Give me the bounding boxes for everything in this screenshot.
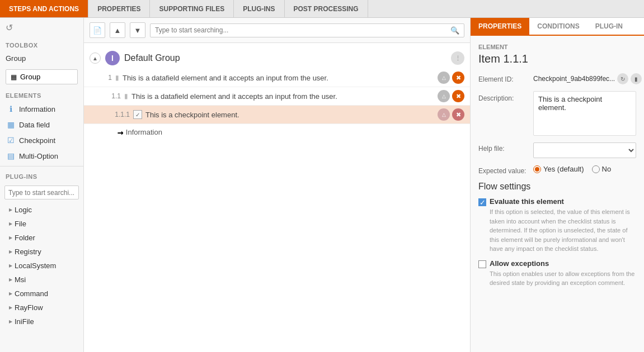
evaluate-checkbox[interactable]: ✓ xyxy=(478,198,486,206)
tab-steps-actions[interactable]: STEPS AND ACTIONS xyxy=(0,0,88,17)
tab-supporting-files[interactable]: SUPPORTING FILES xyxy=(150,0,234,17)
flow-settings-title: Flow settings xyxy=(478,182,636,192)
top-nav: STEPS AND ACTIONS PROPERTIES SUPPORTING … xyxy=(0,0,644,18)
toolbar-icon-btn-2[interactable]: ▲ xyxy=(110,22,125,38)
plugins-title: PLUG-INS xyxy=(0,169,83,182)
sidebar-item-information[interactable]: ℹ Information xyxy=(0,101,83,117)
step-action-btn-1-1a[interactable]: △ xyxy=(438,90,450,102)
tab-plug-ins[interactable]: PLUG-INS xyxy=(234,0,284,17)
step-action-btn-1a[interactable]: △ xyxy=(438,72,450,84)
step-action-btn-1b[interactable]: ✖ xyxy=(452,72,464,84)
paste-icon: ▼ xyxy=(134,26,142,35)
steps-search-icon: 🔍 xyxy=(450,26,459,35)
step-checkbox-icon: ✓ xyxy=(133,110,142,119)
step-text-1-1: This is a datafield element and it accep… xyxy=(131,92,434,101)
plugin-item-file[interactable]: File xyxy=(0,217,83,231)
expected-value-options: Yes (default) No xyxy=(533,165,611,173)
sidebar-item-datafield[interactable]: ▦ Data field xyxy=(0,117,83,132)
tab-properties[interactable]: PROPERTIES xyxy=(88,0,150,17)
steps-search-box: 🔍 xyxy=(150,23,464,37)
element-item-title: Item 1.1.1 xyxy=(478,53,636,65)
evaluate-checkbox-content: Evaluate this element If this option is … xyxy=(490,197,636,254)
right-tab-plugin[interactable]: PLUG-IN xyxy=(587,18,631,36)
plugin-item-localsystem[interactable]: LocalSystem xyxy=(0,259,83,273)
toolbar-icon-btn-1[interactable]: 📄 xyxy=(90,22,105,38)
description-label: Description: xyxy=(478,91,529,102)
arrow-symbol: → xyxy=(117,126,124,138)
group-collapse-btn[interactable]: ▲ xyxy=(90,53,101,64)
right-panel: PROPERTIES CONDITIONS PLUG-IN ELEMENT It… xyxy=(471,18,644,352)
field-row-element-id: Element ID: Checkpoint_9ab4b899fec... ↻ … xyxy=(478,73,636,84)
plugin-item-registry[interactable]: Registry xyxy=(0,245,83,259)
checkbox-evaluate: ✓ Evaluate this element If this option i… xyxy=(478,197,636,254)
left-sidebar: ↺ TOOLBOX Group ▦ Group Elements ℹ Infor… xyxy=(0,18,84,352)
field-row-description: Description: This is a checkpoint elemen… xyxy=(478,91,636,136)
element-id-value: Checkpoint_9ab4b899fec... xyxy=(533,75,615,83)
group-btn-icon: ▦ xyxy=(11,73,17,81)
elements-title: Elements xyxy=(0,88,83,101)
element-id-refresh-btn[interactable]: ↻ xyxy=(617,73,628,84)
copy-icon: ▲ xyxy=(114,26,121,35)
element-id-copy-btn[interactable]: ▮ xyxy=(631,73,642,84)
plugin-item-folder[interactable]: Folder xyxy=(0,231,83,245)
toolbox-title: TOOLBOX xyxy=(0,37,83,51)
allow-exceptions-checkbox[interactable] xyxy=(478,260,486,268)
step-text-1: This is a datafield element and it accep… xyxy=(123,74,434,82)
allow-exceptions-desc: This option enables user to allow except… xyxy=(490,269,636,288)
toolbox-back-icon[interactable]: ↺ xyxy=(6,23,13,32)
plugin-search-input[interactable] xyxy=(5,187,84,199)
element-id-value-box: Checkpoint_9ab4b899fec... ↻ ▮ xyxy=(533,73,642,84)
multioption-icon: ▤ xyxy=(6,151,16,160)
sidebar-item-datafield-label: Data field xyxy=(19,121,50,129)
step-action-btn-1-1-1a[interactable]: △ xyxy=(438,108,450,121)
sidebar-group-label: Group xyxy=(0,51,83,66)
plugin-item-msi[interactable]: Msi xyxy=(0,273,83,287)
information-icon: ℹ xyxy=(6,104,16,113)
right-tab-conditions[interactable]: CONDITIONS xyxy=(529,18,587,36)
help-file-label: Help file: xyxy=(478,142,529,153)
step-action-btns-1: △ ✖ xyxy=(438,72,464,84)
plugin-item-command[interactable]: Command xyxy=(0,287,83,301)
right-content: ELEMENT Item 1.1.1 Element ID: Checkpoin… xyxy=(471,36,644,352)
right-tabs: PROPERTIES CONDITIONS PLUG-IN xyxy=(471,18,644,36)
step-action-btn-1-1-1b[interactable]: ✖ xyxy=(452,108,464,121)
sidebar-item-multioption-label: Multi-Option xyxy=(19,152,58,160)
step-row-1-1-1[interactable]: 1.1.1 ✓ This is a checkpoint element. △ … xyxy=(84,106,470,124)
sidebar-item-checkpoint-label: Checkpoint xyxy=(19,136,55,145)
description-box[interactable]: This is a checkpoint element. xyxy=(533,91,636,136)
toolbar-icon-btn-3[interactable]: ▼ xyxy=(130,22,145,38)
group-btn-label: Group xyxy=(20,73,40,81)
center-toolbar: 📄 ▲ ▼ 🔍 xyxy=(84,18,470,43)
sidebar-item-multioption[interactable]: ▤ Multi-Option xyxy=(0,148,83,164)
step-row-1[interactable]: 1 ▮ This is a datafield element and it a… xyxy=(84,69,470,87)
center-area: 📄 ▲ ▼ 🔍 ▲ I Default Group ⋮ xyxy=(84,18,471,352)
plugin-item-logic[interactable]: Logic xyxy=(0,203,83,217)
allow-exceptions-label: Allow exceptions xyxy=(490,259,636,268)
group-label-text: Group xyxy=(6,54,26,63)
plugin-search-container: 🔍 xyxy=(4,185,79,199)
radio-no[interactable]: No xyxy=(592,165,612,173)
step-action-btns-1-1-1: △ ✖ xyxy=(438,108,464,121)
plugin-item-inifile[interactable]: IniFile xyxy=(0,315,83,329)
datafield-icon: ▦ xyxy=(6,120,16,129)
right-tab-properties[interactable]: PROPERTIES xyxy=(471,18,529,36)
step-action-btn-1-1b[interactable]: ✖ xyxy=(452,90,464,102)
step-num-1-1: 1.1 xyxy=(104,92,121,100)
import-icon: 📄 xyxy=(93,26,102,35)
field-row-help-file: Help file: xyxy=(478,142,636,158)
group-header[interactable]: ▲ I Default Group ⋮ xyxy=(84,47,470,69)
tab-post-processing[interactable]: POST PROCESSING xyxy=(285,0,368,17)
radio-no-label: No xyxy=(602,165,612,173)
plugin-item-rayflow[interactable]: RayFlow xyxy=(0,301,83,315)
info-arrow-row: → Information xyxy=(84,124,470,140)
group-title: Default Group xyxy=(124,53,446,63)
steps-search-input[interactable] xyxy=(155,26,450,34)
radio-yes[interactable]: Yes (default) xyxy=(533,165,584,173)
group-action-btn[interactable]: ⋮ xyxy=(451,51,464,65)
step-row-1-1[interactable]: 1.1 ▮ This is a datafield element and it… xyxy=(84,87,470,106)
sidebar-item-checkpoint[interactable]: ☑ Checkpoint xyxy=(0,132,83,148)
info-label: Information xyxy=(126,128,162,136)
sidebar-group-button[interactable]: ▦ Group xyxy=(6,69,78,84)
help-file-select[interactable] xyxy=(533,142,636,158)
step-copy-icon-1-1: ▮ xyxy=(124,92,128,100)
